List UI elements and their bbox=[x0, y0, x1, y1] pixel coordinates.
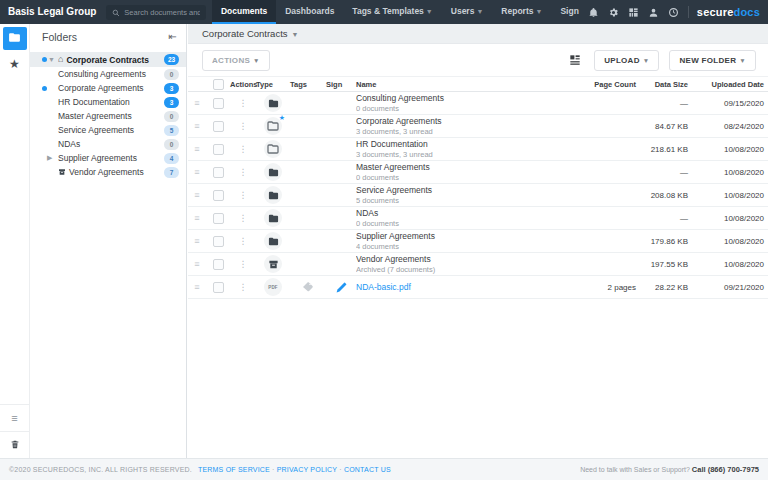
drag-handle-icon[interactable]: ≡ bbox=[188, 190, 206, 200]
row-actions-menu-icon[interactable]: ⋮ bbox=[230, 259, 256, 269]
drag-handle-icon[interactable]: ≡ bbox=[188, 144, 206, 154]
table-row[interactable]: ≡ ⋮ Master Agreements 0 documents — 10/0… bbox=[188, 161, 768, 184]
row-name[interactable]: Consulting Agreements bbox=[356, 93, 550, 104]
row-name[interactable]: NDA-basic.pdf bbox=[356, 282, 550, 293]
support-phone: Call (866) 700-7975 bbox=[692, 465, 759, 474]
folder-label: Corporate Agreements bbox=[58, 83, 144, 93]
notifications-bell-icon[interactable] bbox=[588, 6, 600, 18]
folder-tree-root[interactable]: ▼ ⌂ Corporate Contracts 23 bbox=[30, 52, 186, 67]
folder-tree-item[interactable]: Master Agreements 0 bbox=[30, 109, 186, 123]
drag-handle-icon[interactable]: ≡ bbox=[188, 213, 206, 223]
type-icon bbox=[264, 255, 282, 273]
row-name[interactable]: Supplier Agreements bbox=[356, 231, 550, 242]
rail-trash-button[interactable] bbox=[0, 431, 29, 458]
select-all-checkbox[interactable] bbox=[213, 79, 224, 90]
rail-list-view-button[interactable]: ≡ bbox=[0, 404, 29, 431]
drag-handle-icon[interactable]: ≡ bbox=[188, 98, 206, 108]
table-row[interactable]: ≡ ⋮ ★ Corporate Agreements 3 documents, … bbox=[188, 115, 768, 138]
nav-item[interactable]: Users▼ bbox=[442, 0, 493, 24]
folder-tree-item[interactable]: Vendor Agreements 7 bbox=[30, 165, 186, 179]
search-input[interactable] bbox=[106, 5, 206, 20]
drag-handle-icon[interactable]: ≡ bbox=[188, 121, 206, 131]
sign-pen-icon[interactable] bbox=[326, 281, 356, 294]
drag-handle-icon[interactable]: ≡ bbox=[188, 236, 206, 246]
footer-link[interactable]: PRIVACY POLICY bbox=[277, 466, 337, 473]
table-row[interactable]: ≡ ⋮ HR Documentation 3 documents, 3 unre… bbox=[188, 138, 768, 161]
row-checkbox[interactable] bbox=[213, 282, 224, 293]
folder-tree: ▼ ⌂ Corporate Contracts 23 Consulting Ag… bbox=[30, 49, 186, 179]
nav-item[interactable]: Reports▼ bbox=[492, 0, 551, 24]
nav-item[interactable]: Documents bbox=[212, 0, 276, 24]
row-actions-menu-icon[interactable]: ⋮ bbox=[230, 213, 256, 223]
row-name[interactable]: Master Agreements bbox=[356, 162, 550, 173]
row-name[interactable]: HR Documentation bbox=[356, 139, 550, 150]
table-row[interactable]: ≡ ⋮ NDAs 0 documents — 10/08/2020 bbox=[188, 207, 768, 230]
new-folder-button[interactable]: NEW FOLDER▼ bbox=[669, 50, 756, 71]
uploaded-date-cell: 10/08/2020 bbox=[688, 191, 764, 200]
collapse-sidebar-icon[interactable]: ⇤ bbox=[169, 32, 177, 42]
table-row[interactable]: ≡ ⋮ Consulting Agreements 0 documents — … bbox=[188, 92, 768, 115]
row-actions-menu-icon[interactable]: ⋮ bbox=[230, 236, 256, 246]
row-subtitle: Archived (7 documents) bbox=[356, 265, 550, 274]
drag-handle-icon[interactable]: ≡ bbox=[188, 167, 206, 177]
row-actions-menu-icon[interactable]: ⋮ bbox=[230, 190, 256, 200]
upload-button[interactable]: UPLOAD▼ bbox=[594, 50, 659, 71]
chevron-right-icon[interactable]: ▶ bbox=[47, 154, 52, 162]
drag-handle-icon[interactable]: ≡ bbox=[188, 259, 206, 269]
row-actions-menu-icon[interactable]: ⋮ bbox=[230, 121, 256, 131]
breadcrumb[interactable]: Corporate Contracts▼ bbox=[202, 28, 298, 39]
data-size-cell: — bbox=[636, 99, 688, 108]
folder-tree-item[interactable]: HR Documentation 3 bbox=[30, 95, 186, 109]
table-row[interactable]: ≡ ⋮ Supplier Agreements 4 documents 179.… bbox=[188, 230, 768, 253]
row-checkbox[interactable] bbox=[213, 190, 224, 201]
footer-link[interactable]: TERMS OF SERVICE bbox=[198, 466, 270, 473]
nav-item[interactable]: Tags & Templates▼ bbox=[343, 0, 441, 24]
drag-handle-icon[interactable]: ≡ bbox=[188, 282, 206, 292]
help-icon[interactable] bbox=[668, 6, 680, 18]
table-row[interactable]: ≡ ⋮ PDF NDA-basic.pdf 2 pages 28.22 KB 0… bbox=[188, 276, 768, 299]
table-row[interactable]: ≡ ⋮ Vendor Agreements Archived (7 docume… bbox=[188, 253, 768, 276]
folder-tree-item[interactable]: Service Agreements 5 bbox=[30, 123, 186, 137]
nav-item[interactable]: Sign bbox=[551, 0, 587, 24]
search-field[interactable] bbox=[124, 8, 200, 17]
table-row[interactable]: ≡ ⋮ Service Agreements 5 documents 208.0… bbox=[188, 184, 768, 207]
row-checkbox[interactable] bbox=[213, 259, 224, 270]
col-actions: Actions bbox=[230, 80, 256, 89]
type-icon bbox=[264, 209, 282, 227]
tag-icon bbox=[290, 281, 326, 293]
view-toggle-icon[interactable] bbox=[566, 51, 584, 69]
favorites-star-icon[interactable]: ★ bbox=[9, 58, 20, 70]
settings-gear-icon[interactable] bbox=[608, 6, 620, 18]
row-checkbox[interactable] bbox=[213, 144, 224, 155]
folder-tree-item[interactable]: ▶ Supplier Agreements 4 bbox=[30, 151, 186, 165]
col-sign: Sign bbox=[326, 80, 356, 89]
row-name[interactable]: Corporate Agreements bbox=[356, 116, 550, 127]
type-icon bbox=[264, 232, 282, 250]
user-account-icon[interactable] bbox=[648, 6, 660, 18]
row-actions-menu-icon[interactable]: ⋮ bbox=[230, 282, 256, 292]
folder-tree-item[interactable]: Corporate Agreements 3 bbox=[30, 81, 186, 95]
row-actions-menu-icon[interactable]: ⋮ bbox=[230, 167, 256, 177]
actions-button[interactable]: ACTIONS▼ bbox=[202, 50, 270, 71]
apps-grid-icon[interactable] bbox=[628, 6, 640, 18]
breadcrumb-bar: Corporate Contracts▼ bbox=[188, 24, 768, 44]
row-checkbox[interactable] bbox=[213, 167, 224, 178]
rail-folders-tab[interactable] bbox=[3, 27, 27, 50]
trash-icon bbox=[10, 436, 20, 454]
folder-tree-item[interactable]: NDAs 0 bbox=[30, 137, 186, 151]
row-actions-menu-icon[interactable]: ⋮ bbox=[230, 98, 256, 108]
chevron-down-icon[interactable]: ▼ bbox=[48, 56, 55, 63]
row-name[interactable]: NDAs bbox=[356, 208, 550, 219]
chevron-down-icon: ▼ bbox=[476, 8, 483, 15]
row-checkbox[interactable] bbox=[213, 213, 224, 224]
row-name[interactable]: Service Agreements bbox=[356, 185, 550, 196]
row-checkbox[interactable] bbox=[213, 98, 224, 109]
folder-tree-item[interactable]: Consulting Agreements 0 bbox=[30, 67, 186, 81]
row-checkbox[interactable] bbox=[213, 236, 224, 247]
nav-item[interactable]: Dashboards bbox=[276, 0, 343, 24]
row-name[interactable]: Vendor Agreements bbox=[356, 254, 550, 265]
row-actions-menu-icon[interactable]: ⋮ bbox=[230, 144, 256, 154]
row-checkbox[interactable] bbox=[213, 121, 224, 132]
row-subtitle: 5 documents bbox=[356, 196, 550, 205]
footer-link[interactable]: CONTACT US bbox=[344, 466, 391, 473]
